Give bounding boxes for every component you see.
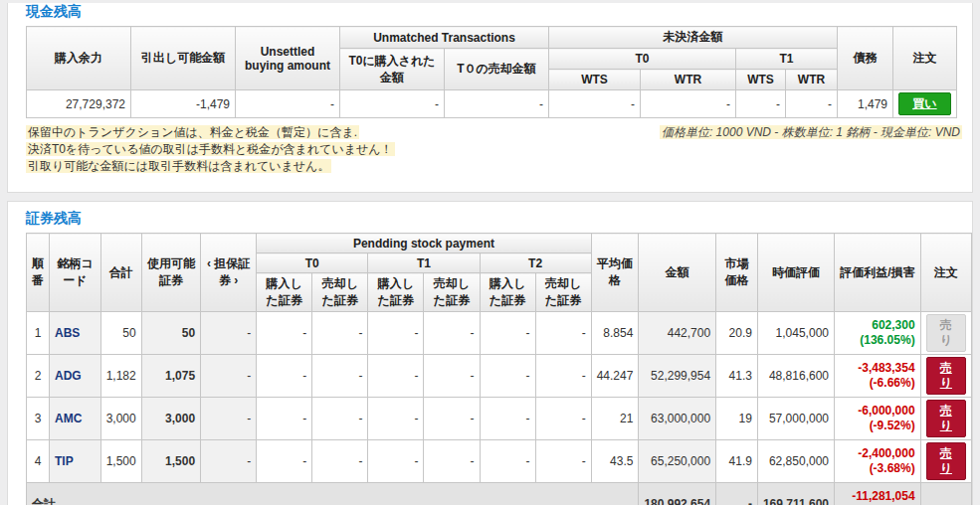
collateral-qty: - [201,398,257,440]
col-debt: 債務 [838,27,893,90]
market-value: 57,000,000 [757,398,834,440]
t0-bought-qty: - [257,355,312,398]
available-qty: 50 [141,312,200,355]
col-available: 使用可能証券 [141,234,200,312]
t0-sold-qty: - [312,355,368,398]
market-value: 62,850,000 [757,440,834,483]
available-qty: 1,500 [141,440,200,483]
cash-balance-title: 現金残高 [26,3,972,21]
col-t0-wts: WTS [549,70,641,90]
t0-sold-value: - [445,90,549,118]
sell-button[interactable]: 売り [926,314,966,352]
symbol-link[interactable]: TIP [55,454,74,468]
t2-bought-qty: - [480,398,535,440]
t1-bought-qty: - [368,355,424,398]
total-profit-loss: -11,281,054 (-6.23%) [834,483,920,505]
stock-row: 2 ADG 1,182 1,075 - - - - - - - 44.247 5… [27,355,972,398]
stock-row: 1 ABS 50 50 - - - - - - - 8.854 442,700 … [27,312,972,355]
t1-bought-qty: - [368,398,424,440]
buy-button[interactable]: 買い [898,92,950,115]
market-value: 1,045,000 [757,312,834,355]
col-pending-t2: T2 [480,253,591,273]
t0-sold-qty: - [312,312,368,355]
total-label: 合計 [27,483,639,505]
col-profit-loss: 評価利益/損害 [834,234,920,312]
cash-balance-panel: 現金残高 購入余力 引出し可能金額 Unsettled buying amoun… [7,3,973,193]
market-price: 41.3 [716,355,758,398]
col-t1-sold-stock: 売却した証券 [424,273,480,312]
sell-button[interactable]: 売り [926,442,966,480]
t0-sold-qty: - [312,398,368,440]
available-qty: 3,000 [141,398,200,440]
col-symbol-code: 銘柄コード [50,234,101,312]
col-t0-sold: T０の売却金額 [445,49,549,90]
t2-bought-qty: - [480,355,535,398]
total-qty: 50 [100,312,141,355]
t2-bought-qty: - [480,312,535,355]
market-price: 20.9 [716,312,758,355]
col-buying-power: 購入余力 [27,27,131,90]
col-outstanding-t0: T0 [549,49,736,70]
sell-button[interactable]: 売り [926,357,966,395]
cash-notes: 保留中のトランザクション値は、料金と税金（暫定）に含ま. 決済T0を待っている値… [26,124,972,184]
col-avg-price: 平均価格 [591,234,639,312]
collateral-qty: - [201,440,257,483]
col-unsettled-buying: Unsettled buying amount [236,27,340,90]
row-no: 4 [27,440,50,483]
col-pending-t1: T1 [368,253,480,273]
col-pending-stock-payment: Pendding stock payment [257,234,591,253]
symbol-link[interactable]: AMC [55,412,82,425]
symbol-link[interactable]: ABS [55,326,80,340]
symbol-link[interactable]: ADG [55,369,82,383]
col-t2-bought-stock: 購入した証券 [480,273,535,312]
t1-sold-qty: - [424,440,480,483]
profit-loss: -3,483,354 (-6.66%) [834,355,920,398]
t0-wtr-value: - [641,90,736,118]
collateral-qty: - [201,355,257,398]
col-t1-wtr: WTR [786,70,838,90]
avg-price: 21 [591,398,639,440]
total-qty: 3,000 [100,398,141,440]
avg-price: 44.247 [591,355,639,398]
collateral-qty: - [201,312,257,355]
t2-sold-qty: - [535,440,591,483]
t1-sold-qty: - [424,355,480,398]
t0-sold-qty: - [312,440,368,483]
t2-sold-qty: - [535,355,591,398]
total-qty: 1,182 [100,355,141,398]
t1-sold-qty: - [424,312,480,355]
debt-value: 1,479 [838,90,893,118]
t2-sold-qty: - [535,398,591,440]
col-outstanding-t1: T1 [736,49,838,70]
col-pending-t0: T0 [257,253,368,273]
units-note: 価格単位: 1000 VND - 株数単位: 1 銘柄 - 現金単位: VND [660,124,962,141]
col-t0-bought-stock: 購入した証券 [257,273,312,312]
securities-balance-table: 順番 銘柄コード 合計 使用可能証券 ‹ 担保証券 › Pendding sto… [26,233,972,505]
row-no: 2 [27,355,50,398]
col-total: 合計 [100,234,141,312]
total-amount: 180,992,654 [639,483,716,505]
withdrawable-value: -1,479 [131,90,236,118]
col-t0-wtr: WTR [641,70,736,90]
amount: 65,250,000 [639,440,716,483]
t1-sold-qty: - [424,398,480,440]
col-market-price: 市場価格 [716,234,758,312]
profit-loss: -6,000,000 (-9.52%) [834,398,920,440]
t0-bought-qty: - [257,398,312,440]
col-order: 注文 [920,234,971,312]
t0-bought-qty: - [257,440,312,483]
securities-balance-panel: 証券残高 順番 銘柄コード 合計 使用可能証券 ‹ 担保証券 › Penddin… [7,201,973,505]
col-market-value: 時価評価 [757,234,834,312]
row-no: 1 [27,312,50,355]
t2-bought-qty: - [480,440,535,483]
total-qty: 1,500 [100,440,141,483]
total-order-empty [920,483,971,505]
row-no: 3 [27,398,50,440]
cash-balance-row: 27,729,372 -1,479 - - - - - - - 1,479 買い [27,90,957,118]
market-value: 48,816,600 [757,355,834,398]
amount: 442,700 [639,312,716,355]
sell-button[interactable]: 売り [926,400,966,437]
t1-bought-qty: - [368,440,424,483]
stock-row: 3 AMC 3,000 3,000 - - - - - - - 21 63,00… [27,398,972,440]
col-t2-sold-stock: 売却した証券 [535,273,591,312]
